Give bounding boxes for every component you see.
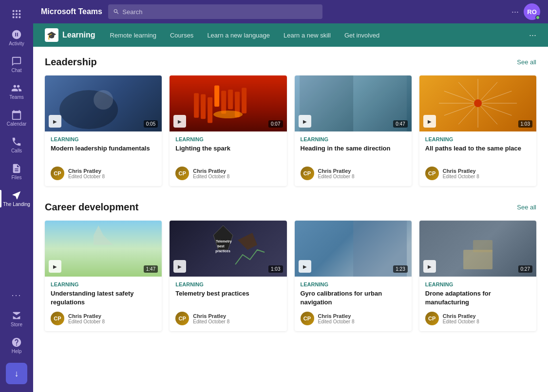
- nav-more-button[interactable]: ···: [525, 30, 540, 40]
- download-button[interactable]: ↓: [6, 363, 27, 384]
- card-label: Learning: [425, 281, 530, 287]
- author-name: Chris Pratley: [318, 168, 355, 174]
- sidebar-item-calendar[interactable]: Calendar: [0, 105, 33, 131]
- author-date: Edited October 8: [443, 174, 479, 179]
- sidebar-item-teams[interactable]: Teams: [0, 78, 33, 105]
- author-avatar: CP: [51, 167, 64, 180]
- svg-point-10: [94, 90, 113, 110]
- see-all-career-development[interactable]: See all: [517, 204, 536, 211]
- author-avatar: CP: [175, 167, 189, 180]
- play-button[interactable]: ▶: [49, 260, 61, 273]
- svg-rect-42: [463, 250, 492, 269]
- author-date: Edited October 8: [68, 319, 105, 324]
- sidebar-item-calls[interactable]: Calls: [0, 131, 33, 158]
- card-label: Learning: [425, 136, 530, 142]
- section-title-career-development: Career development: [45, 202, 138, 213]
- card-author: CP Chris Pratley Edited October 8: [425, 167, 530, 180]
- play-button[interactable]: ▶: [49, 115, 61, 128]
- card-body: Learning All paths lead to the same plac…: [419, 131, 536, 186]
- avatar[interactable]: RO: [524, 3, 540, 20]
- svg-rect-43: [473, 240, 492, 252]
- main-area: Microsoft Teams ··· RO 🎓 Learning Remote…: [33, 0, 548, 392]
- card-card-5[interactable]: ▶ 1:47 Learning Understanding latest saf…: [45, 221, 162, 331]
- nav-brand[interactable]: 🎓 Learning: [41, 28, 99, 42]
- author-info: Chris Pratley Edited October 8: [443, 168, 479, 179]
- sidebar-item-landing[interactable]: The Landing: [0, 185, 33, 212]
- card-card-1[interactable]: ▶ 0:05 Learning Modern leadership fundam…: [45, 75, 162, 186]
- author-date: Edited October 8: [318, 174, 355, 179]
- svg-rect-13: [208, 97, 212, 123]
- duration-badge: 0:27: [518, 265, 532, 273]
- sidebar-item-chat[interactable]: Chat: [0, 51, 33, 78]
- play-button[interactable]: ▶: [299, 115, 311, 128]
- sidebar-item-label: Activity: [9, 41, 24, 46]
- card-author: CP Chris Pratley Edited October 8: [51, 312, 156, 325]
- card-title: Lighting the spark: [175, 144, 281, 162]
- nav-item-courses[interactable]: Courses: [163, 23, 200, 47]
- sidebar-item-label: Chat: [11, 68, 21, 73]
- author-date: Edited October 8: [193, 174, 229, 179]
- card-card-7[interactable]: ▶ 1:23 Learning Gyro calibrations for ur…: [295, 221, 412, 331]
- sidebar-item-label: Calendar: [7, 121, 27, 127]
- author-name: Chris Pratley: [68, 313, 105, 319]
- card-title: Modern leadership fundamentals: [51, 144, 156, 162]
- card-card-3[interactable]: ▶ 0:47 Learning Heading in the same dire…: [295, 75, 412, 186]
- author-date: Edited October 8: [193, 319, 229, 324]
- section-title-leadership: Leadership: [45, 56, 97, 68]
- card-card-2[interactable]: ▶ 0:07 Learning Lighting the spark CP Ch…: [170, 75, 286, 186]
- card-label: Learning: [51, 136, 156, 142]
- card-title: Telemetry best practices: [175, 289, 281, 307]
- author-date: Edited October 8: [68, 174, 105, 179]
- play-button[interactable]: ▶: [299, 260, 311, 273]
- svg-rect-0: [13, 10, 15, 12]
- sidebar-item-activity[interactable]: Activity: [0, 24, 33, 51]
- card-author: CP Chris Pratley Edited October 8: [175, 167, 281, 180]
- search-box[interactable]: [108, 4, 322, 19]
- card-title: All paths lead to the same place: [425, 144, 530, 162]
- duration-badge: 0:07: [268, 120, 283, 128]
- see-all-leadership[interactable]: See all: [517, 58, 536, 66]
- svg-rect-11: [194, 93, 199, 117]
- card-card-6[interactable]: Telemetry best practices ▶ 1:03 Learning…: [170, 221, 286, 331]
- nav-item-remote-learning[interactable]: Remote learning: [103, 23, 163, 47]
- cards-grid-career-development: ▶ 1:47 Learning Understanding latest saf…: [45, 221, 536, 331]
- topbar-right: ··· RO: [511, 3, 540, 20]
- duration-badge: 1:03: [518, 120, 532, 128]
- sidebar-more-dots[interactable]: ···: [11, 285, 21, 305]
- play-button[interactable]: ▶: [423, 260, 436, 273]
- sidebar: Activity Chat Teams Calendar Calls Files…: [0, 0, 33, 392]
- author-info: Chris Pratley Edited October 8: [193, 168, 229, 179]
- card-label: Learning: [301, 281, 406, 287]
- svg-rect-1: [16, 10, 18, 12]
- sidebar-store-label: Store: [11, 322, 22, 327]
- svg-point-34: [474, 99, 482, 107]
- avatar-initials: RO: [527, 8, 537, 16]
- sidebar-app-grid[interactable]: [0, 4, 33, 24]
- search-input[interactable]: [122, 8, 318, 16]
- card-body: Learning Modern leadership fundamentals …: [45, 131, 162, 186]
- svg-rect-18: [242, 88, 246, 113]
- card-thumbnail: ▶ 0:07: [170, 75, 286, 131]
- card-card-4[interactable]: ▶ 1:03 Learning All paths lead to the sa…: [419, 75, 536, 186]
- sidebar-item-help[interactable]: Help: [0, 332, 33, 359]
- play-button[interactable]: ▶: [173, 260, 186, 273]
- topbar: Microsoft Teams ··· RO: [33, 0, 548, 23]
- sidebar-item-files[interactable]: Files: [0, 158, 33, 185]
- sidebar-item-store[interactable]: Store: [0, 305, 33, 332]
- svg-text:Telemetry: Telemetry: [216, 240, 232, 243]
- card-thumbnail: ▶ 0:47: [295, 75, 412, 131]
- nav-item-learn-language[interactable]: Learn a new language: [200, 23, 277, 47]
- play-button[interactable]: ▶: [173, 115, 186, 128]
- svg-rect-6: [13, 17, 15, 19]
- svg-line-32: [478, 82, 497, 103]
- learning-navbar: 🎓 Learning Remote learning Courses Learn…: [33, 23, 548, 47]
- card-card-8[interactable]: ▶ 0:27 Learning Drone adaptations for ma…: [419, 221, 536, 331]
- nav-item-get-involved[interactable]: Get involved: [338, 23, 386, 47]
- author-info: Chris Pratley Edited October 8: [68, 313, 105, 324]
- topbar-more-button[interactable]: ···: [511, 7, 519, 17]
- download-icon: ↓: [15, 369, 19, 379]
- card-thumbnail: ▶ 0:27: [419, 221, 536, 277]
- play-button[interactable]: ▶: [423, 115, 436, 128]
- nav-item-learn-skill[interactable]: Learn a new skill: [277, 23, 338, 47]
- svg-rect-15: [221, 91, 226, 113]
